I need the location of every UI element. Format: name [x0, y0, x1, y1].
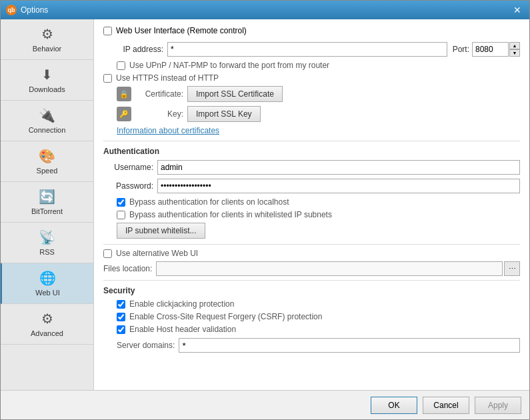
clickjacking-row: Enable clickjacking protection — [117, 299, 520, 309]
bypass-localhost-label: Bypass authentication for clients on loc… — [129, 197, 289, 207]
import-certificate-button[interactable]: Import SSL Certificate — [187, 86, 283, 102]
key-row: 🔑 Key: Import SSL Key — [117, 106, 520, 122]
alt-webui-checkbox[interactable] — [103, 249, 112, 258]
main-panel: Web User Interface (Remote control) IP a… — [94, 19, 529, 390]
window-title: Options — [21, 5, 511, 15]
sidebar: ⚙ Behavior ⬇ Downloads 🔌 Connection 🎨 Sp… — [1, 19, 94, 390]
bypass-whitelist-label: Bypass authentication for clients in whi… — [129, 210, 332, 219]
connection-icon: 🔌 — [39, 107, 55, 123]
divider-2 — [103, 244, 520, 245]
downloads-icon: ⬇ — [41, 67, 53, 83]
subnet-whitelist-button[interactable]: IP subnet whitelist... — [117, 223, 205, 239]
advanced-icon: ⚙ — [41, 311, 53, 327]
username-row: Username: — [103, 160, 520, 175]
csrf-row: Enable Cross-Site Request Forgery (CSRF)… — [117, 312, 520, 321]
alt-webui-row: Use alternative Web UI — [103, 249, 520, 258]
bottom-bar: OK Cancel Apply — [1, 390, 529, 419]
main-content-area: ⚙ Behavior ⬇ Downloads 🔌 Connection 🎨 Sp… — [1, 19, 529, 390]
server-domains-label: Server domains: — [117, 341, 175, 350]
port-label: Port: — [453, 45, 469, 54]
rss-icon: 📡 — [39, 229, 55, 245]
sidebar-label-downloads: Downloads — [29, 85, 65, 93]
sidebar-label-rss: RSS — [39, 248, 55, 256]
speed-icon: 🎨 — [39, 148, 55, 164]
port-increment[interactable]: ▲ — [509, 42, 520, 49]
sidebar-item-rss[interactable]: 📡 RSS — [1, 223, 93, 263]
sidebar-item-advanced[interactable]: ⚙ Advanced — [1, 304, 93, 345]
host-header-label: Enable Host header validation — [129, 325, 236, 334]
clickjacking-checkbox[interactable] — [117, 300, 125, 309]
behavior-icon: ⚙ — [41, 26, 53, 42]
sidebar-label-bittorrent: BitTorrent — [31, 207, 63, 215]
files-browse-button[interactable]: ⋯ — [504, 261, 520, 276]
upnp-row: Use UPnP / NAT-PMP to forward the port f… — [117, 61, 520, 70]
sidebar-item-bittorrent[interactable]: 🔄 BitTorrent — [1, 182, 93, 223]
bypass-whitelist-checkbox[interactable] — [117, 211, 125, 219]
password-input[interactable] — [157, 179, 520, 193]
upnp-label: Use UPnP / NAT-PMP to forward the port f… — [129, 61, 329, 70]
port-decrement[interactable]: ▼ — [509, 49, 520, 57]
host-header-row: Enable Host header validation — [117, 325, 520, 334]
ip-address-row: IP address: Port: ▲ ▼ — [103, 42, 520, 57]
server-domains-row: Server domains: — [117, 338, 520, 353]
bypass-whitelist-row: Bypass authentication for clients in whi… — [117, 210, 520, 219]
certificates-info-link[interactable]: Information about certificates — [117, 126, 520, 135]
username-input[interactable] — [157, 160, 520, 175]
webui-enable-label: Web User Interface (Remote control) — [116, 26, 247, 35]
apply-button[interactable]: Apply — [475, 397, 521, 414]
sidebar-label-behavior: Behavior — [33, 45, 61, 53]
divider-1 — [103, 141, 520, 141]
csrf-checkbox[interactable] — [117, 313, 125, 321]
options-window: qb Options ✕ ⚙ Behavior ⬇ Downloads 🔌 Co… — [0, 0, 530, 420]
files-location-row: Files location: ⋯ — [103, 261, 520, 276]
https-label: Use HTTPS instead of HTTP — [116, 73, 219, 83]
files-location-label: Files location: — [103, 264, 152, 273]
bittorrent-icon: 🔄 — [39, 189, 55, 205]
webui-enable-checkbox[interactable] — [103, 27, 112, 35]
key-icon: 🔑 — [117, 107, 131, 121]
sidebar-label-webui: Web UI — [35, 289, 59, 297]
auth-section-header: Authentication — [103, 147, 520, 156]
ip-address-input[interactable] — [167, 42, 447, 57]
security-section-header: Security — [103, 286, 520, 295]
port-spinner: ▲ ▼ — [509, 42, 520, 57]
files-location-input[interactable] — [156, 261, 503, 276]
ok-button[interactable]: OK — [371, 397, 417, 414]
sidebar-item-downloads[interactable]: ⬇ Downloads — [1, 60, 93, 101]
ip-address-label: IP address: — [103, 45, 163, 54]
username-label: Username: — [103, 163, 153, 172]
sidebar-item-behavior[interactable]: ⚙ Behavior — [1, 19, 93, 60]
password-label: Password: — [103, 181, 153, 191]
bypass-localhost-row: Bypass authentication for clients on loc… — [117, 197, 520, 207]
sidebar-item-connection[interactable]: 🔌 Connection — [1, 101, 93, 141]
host-header-checkbox[interactable] — [117, 325, 125, 334]
certificate-icon: 🔒 — [117, 87, 131, 101]
import-key-button[interactable]: Import SSL Key — [187, 106, 261, 122]
server-domains-input[interactable] — [179, 338, 520, 353]
subnet-button-row: IP subnet whitelist... — [117, 223, 520, 239]
webui-enable-row: Web User Interface (Remote control) — [103, 26, 520, 35]
clickjacking-label: Enable clickjacking protection — [129, 299, 234, 309]
port-input[interactable] — [472, 42, 509, 57]
https-checkbox[interactable] — [103, 74, 112, 83]
webui-icon: 🌐 — [39, 270, 56, 286]
divider-3 — [103, 280, 520, 281]
app-icon: qb — [6, 5, 17, 15]
csrf-label: Enable Cross-Site Request Forgery (CSRF)… — [129, 312, 322, 321]
alt-webui-label: Use alternative Web UI — [116, 249, 198, 258]
https-row: Use HTTPS instead of HTTP — [103, 73, 520, 83]
sidebar-label-connection: Connection — [29, 126, 66, 134]
certificate-row: 🔒 Certificate: Import SSL Certificate — [117, 86, 520, 102]
sidebar-item-webui[interactable]: 🌐 Web UI — [1, 263, 93, 304]
cancel-button[interactable]: Cancel — [423, 397, 469, 414]
sidebar-item-speed[interactable]: 🎨 Speed — [1, 141, 93, 182]
titlebar: qb Options ✕ — [1, 1, 529, 19]
upnp-checkbox[interactable] — [117, 61, 125, 70]
port-group: Port: ▲ ▼ — [453, 42, 520, 57]
certificate-label: Certificate: — [137, 89, 183, 99]
key-label: Key: — [137, 109, 183, 119]
bypass-localhost-checkbox[interactable] — [117, 198, 125, 207]
sidebar-label-advanced: Advanced — [31, 329, 63, 337]
close-button[interactable]: ✕ — [511, 3, 524, 17]
password-row: Password: — [103, 179, 520, 193]
